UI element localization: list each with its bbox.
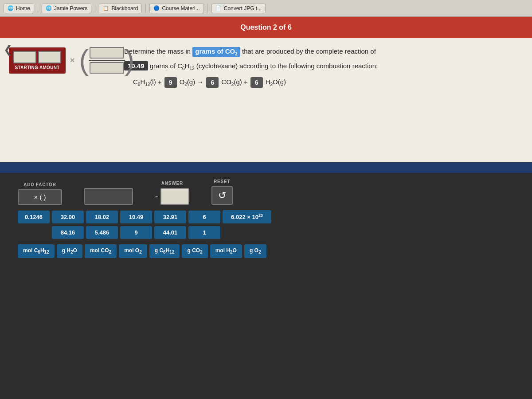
- num-tile-18-02[interactable]: 18.02: [86, 211, 118, 223]
- starting-amount-container: STARTING AMOUNT: [9, 47, 66, 74]
- answer-input-box[interactable]: [160, 188, 189, 205]
- num-tile-32-00[interactable]: 32.00: [52, 211, 84, 223]
- question-header-text: Question 2 of 6: [240, 23, 292, 31]
- blackboard-icon: 📋: [103, 5, 109, 12]
- content-wrapper: Question 2 of 6 ❮ STARTING AMOUNT × (: [0, 17, 532, 399]
- browser-tab-bar: 🌐 Home 🌐 Jamie Powers 📋 Blackboard 🔵 Cou…: [0, 0, 532, 17]
- add-factor-label: ADD FACTOR: [23, 182, 56, 187]
- question-text-block: Determine the mass in grams of CO2 that …: [124, 47, 519, 88]
- eq-left: C6H12(l) +: [133, 78, 162, 87]
- convert-icon: 📄: [215, 5, 222, 12]
- answer-col: ANSWER -: [155, 181, 189, 205]
- fraction-paren: ( ): [79, 47, 135, 74]
- page-wrapper: 🌐 Home 🌐 Jamie Powers 📋 Blackboard 🔵 Cou…: [0, 0, 532, 399]
- answer-label: ANSWER: [161, 181, 183, 186]
- question-line2: 10.49 grams of C6H12 (cyclohexane) accor…: [124, 61, 519, 71]
- tab-home-label: Home: [16, 5, 30, 12]
- eq-mol1: O2(g) →: [180, 78, 204, 87]
- tab-convert-label: Convert JPG t...: [224, 5, 262, 12]
- sa-top-row: [13, 51, 61, 63]
- reset-button[interactable]: ↺: [211, 186, 233, 205]
- answer-dash: -: [155, 192, 158, 202]
- unit-tile-g-c6h12[interactable]: g C6H12: [149, 244, 180, 258]
- unit-tile-mol-c6h12[interactable]: mol C6H12: [18, 244, 55, 258]
- tab-blackboard-label: Blackboard: [111, 5, 138, 12]
- tab-divider-2: [95, 4, 95, 13]
- reset-col: RESET ↺: [211, 179, 233, 205]
- middle-section: ❮ STARTING AMOUNT × (: [0, 38, 532, 162]
- starting-amount-widget: STARTING AMOUNT × ( ): [9, 47, 134, 74]
- question-line1: Determine the mass in grams of CO2 that …: [124, 47, 519, 57]
- add-factor-button[interactable]: × ( ): [18, 189, 62, 205]
- coeff-3: 6: [250, 77, 263, 88]
- coeff-2: 6: [206, 77, 219, 88]
- tiles-area: 0.1246 32.00 18.02 10.49 32.91 6 6.022 ×…: [9, 210, 523, 239]
- tab-divider-3: [145, 4, 146, 13]
- tab-home[interactable]: 🌐 Home: [4, 4, 34, 13]
- left-paren: (: [79, 48, 89, 72]
- num-tile-6[interactable]: 6: [188, 211, 220, 223]
- num-tile-32-91[interactable]: 32.91: [154, 211, 186, 223]
- controls-row: ADD FACTOR × ( ) ANSWER - RESET ↺: [9, 179, 523, 205]
- unit-tile-mol-o2[interactable]: mol O2: [119, 244, 147, 258]
- fraction-bottom-cell[interactable]: [90, 62, 124, 74]
- num-tile-9[interactable]: 9: [120, 226, 152, 239]
- question-header: Question 2 of 6: [0, 17, 532, 38]
- num-tile-44-01[interactable]: 44.01: [154, 226, 186, 239]
- tab-blackboard[interactable]: 📋 Blackboard: [99, 4, 142, 13]
- right-paren: ): [125, 48, 134, 72]
- course-icon: 🔵: [153, 5, 160, 12]
- num-tile-84-16[interactable]: 84.16: [52, 226, 84, 239]
- inner-fraction: [89, 47, 125, 74]
- num-tile-5-486[interactable]: 5.486: [86, 226, 118, 239]
- q-line2-post: grams of C6H12 (cyclohexane) according t…: [148, 62, 378, 70]
- reset-label: RESET: [214, 179, 230, 184]
- sa-cell-1[interactable]: [13, 51, 36, 63]
- bottom-area: ADD FACTOR × ( ) ANSWER - RESET ↺: [0, 173, 532, 399]
- unit-tile-mol-co2[interactable]: mol CO2: [85, 244, 117, 258]
- unit-tile-row: mol C6H12 g H2O mol CO2 mol O2 g C6H12 g…: [9, 244, 523, 258]
- factor-display-box[interactable]: [84, 188, 133, 205]
- coeff-1: 9: [164, 77, 177, 88]
- starting-amount-label: STARTING AMOUNT: [13, 65, 61, 70]
- sa-cell-2[interactable]: [38, 51, 61, 63]
- eq-mol2: CO2(g) +: [221, 78, 247, 87]
- eq-mol3: H2O(g): [266, 78, 286, 87]
- fraction-line: [89, 60, 125, 61]
- number-tile-row-1: 0.1246 32.00 18.02 10.49 32.91 6 6.022 ×…: [18, 210, 523, 223]
- co2-highlight: grams of CO2: [192, 47, 240, 57]
- tab-jamie[interactable]: 🌐 Jamie Powers: [42, 4, 91, 13]
- unit-tile-mol-h2o[interactable]: mol H2O: [210, 244, 242, 258]
- unit-tile-g-o2[interactable]: g O2: [244, 244, 266, 258]
- back-button[interactable]: ❮: [4, 43, 12, 56]
- answer-row: -: [155, 188, 189, 205]
- tab-convert[interactable]: 📄 Convert JPG t...: [211, 4, 266, 13]
- q-line1-post: that are produced by the complete reacti…: [240, 47, 376, 55]
- num-tile-avogadro[interactable]: 6.022 × 1023: [223, 210, 271, 223]
- tab-jamie-label: Jamie Powers: [54, 5, 87, 12]
- home-icon: 🌐: [8, 5, 14, 12]
- number-tile-row-2: 84.16 5.486 9 44.01 1: [18, 226, 523, 239]
- tab-divider-4: [207, 4, 208, 13]
- unit-tile-g-co2[interactable]: g CO2: [182, 244, 207, 258]
- num-tile-1[interactable]: 1: [188, 226, 220, 239]
- blue-separator: [0, 162, 532, 173]
- tab-divider-1: [38, 4, 38, 13]
- add-factor-col: ADD FACTOR × ( ): [18, 182, 62, 205]
- fraction-top-cell[interactable]: [90, 47, 124, 59]
- jamie-icon: 🌐: [46, 5, 52, 12]
- chemical-equation: C6H12(l) + 9 O2(g) → 6 CO2(g) + 6 H2O(g): [124, 77, 519, 88]
- num-tile-10-49[interactable]: 10.49: [120, 211, 152, 223]
- unit-tile-g-h2o[interactable]: g H2O: [57, 244, 82, 258]
- tab-course-label: Course Materi...: [162, 5, 200, 12]
- tab-course[interactable]: 🔵 Course Materi...: [149, 4, 203, 13]
- num-tile-0-1246[interactable]: 0.1246: [18, 211, 50, 223]
- multiply-sign: ×: [70, 56, 75, 65]
